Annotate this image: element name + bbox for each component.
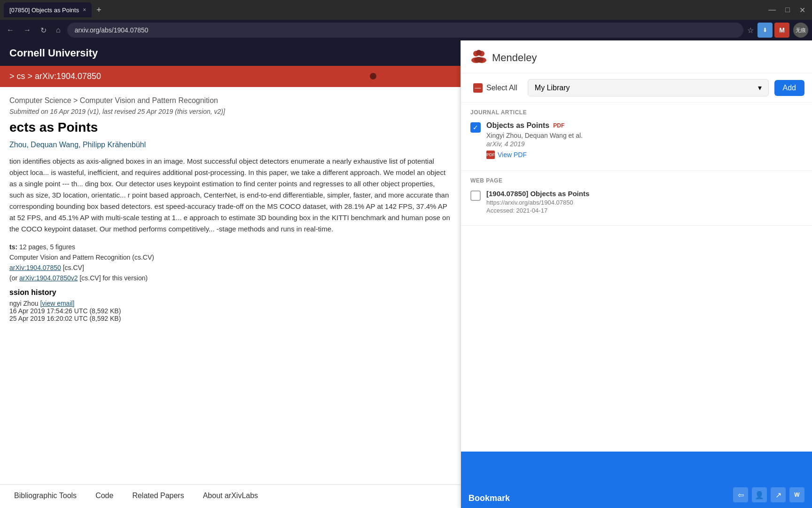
paper-title: ects as Points [9, 120, 451, 135]
webpage-accessed: Accessed: 2021-04-17 [486, 207, 803, 214]
extension-button-1[interactable]: ⬇ [757, 23, 773, 38]
cornell-header: Cornell University [0, 40, 461, 66]
breadcrumb-text: > cs > arXiv:1904.07850 [9, 71, 101, 81]
v1-date: 16 Apr 2019 17:54:26 UTC (8,592 KB) [9, 307, 451, 315]
back-button[interactable]: ← [4, 24, 17, 36]
mendeley-title-text: Mendeley [492, 52, 537, 64]
user-avatar-button[interactable]: 无痕 [793, 23, 808, 38]
v2-date: 25 Apr 2019 16:20:02 UTC (8,592 KB) [9, 315, 451, 322]
main-content: Cornell University > cs > arXiv:1904.078… [0, 40, 812, 508]
mendeley-extension-button[interactable]: M [774, 23, 789, 38]
tab-about-arxivlabs[interactable]: About arXivLabs [194, 485, 267, 508]
paper-date: Submitted on 16 Apr 2019 (v1), last revi… [9, 108, 451, 115]
bottom-tabs: Bibliographic Tools Code Related Papers … [0, 484, 461, 508]
arxiv-tag-2: [cs.CV] [79, 274, 101, 282]
arxiv-page: Cornell University > cs > arXiv:1904.078… [0, 40, 461, 508]
journal-article-section: JOURNAL ARTICLE ✓ Objects as Points PDF … [461, 103, 812, 171]
tab-bibliographic-tools[interactable]: Bibliographic Tools [5, 485, 86, 508]
svg-point-5 [474, 57, 484, 63]
journal-section-label: JOURNAL ARTICLE [470, 109, 803, 116]
forward-button[interactable]: → [21, 24, 34, 36]
bookmark-icon-4[interactable]: W [789, 487, 804, 502]
accessed-label: Accessed: [486, 207, 515, 214]
mendeley-logo-icon [470, 49, 487, 66]
view-email-link[interactable]: [view email] [40, 300, 74, 307]
paper-meta-subject: Computer Vision and Pattern Recognition … [9, 254, 451, 261]
paper-content: Computer Science > Computer Vision and P… [0, 87, 461, 332]
select-all-label: Select All [486, 84, 517, 92]
bookmark-icons: ⇦ 👤 ↗ W [733, 487, 804, 502]
active-tab[interactable]: [07850] Objects as Points × [4, 2, 92, 17]
journal-ref-title: Objects as Points [486, 121, 549, 130]
tab-related-papers[interactable]: Related Papers [123, 485, 193, 508]
submission-history-title: ssion history [9, 288, 451, 297]
paper-abstract: tion identifies objects as axis-aligned … [9, 156, 451, 235]
address-bar-row: ← → ↻ ⌂ ☆ ⬇ M 无痕 [0, 20, 812, 40]
paper-meta-arxiv-v2: (or arXiv:1904.07850v2 [cs.CV] for this … [9, 274, 451, 282]
user-label: 无痕 [796, 27, 806, 34]
webpage-section-label: WEB PAGE [470, 177, 803, 184]
mendeley-toolbar: — Select All My Library ▾ Add [461, 73, 812, 103]
svg-point-2 [476, 50, 482, 56]
arxiv-tag-1: [cs.CV] [63, 264, 84, 271]
webpage-checkbox[interactable]: ✓ [470, 190, 481, 201]
university-name: Cornell University [9, 47, 451, 59]
webpage-reference-item: ✓ [1904.07850] Objects as Points https:/… [470, 190, 803, 214]
view-pdf-label: View PDF [498, 151, 527, 159]
library-name: My Library [535, 84, 570, 92]
arxiv-link-1[interactable]: arXiv:1904.07850 [9, 264, 61, 271]
tab-code[interactable]: Code [86, 485, 123, 508]
mendeley-header: Mendeley [461, 40, 812, 73]
journal-reference-item: ✓ Objects as Points PDF Xingyi Zhou, Deq… [470, 121, 803, 159]
submission-history: ssion history ngyi Zhou [view email] 16 … [9, 288, 451, 322]
arxiv-link-2[interactable]: arXiv:1904.07850v2 [19, 274, 78, 282]
authors-text: Zhou, Dequan Wang, Philipp Krähenbühl [9, 141, 146, 149]
address-input[interactable] [67, 23, 743, 38]
webpage-ref-title: [1904.07850] Objects as Points [486, 190, 803, 198]
journal-ref-details: Objects as Points PDF Xingyi Zhou, Dequa… [486, 121, 803, 159]
tab-close-button[interactable]: × [83, 7, 86, 13]
journal-ref-journal: arXiv, 4 2019 [486, 140, 803, 148]
accessed-date: 2021-04-17 [516, 207, 548, 214]
paper-authors: Zhou, Dequan Wang, Philipp Krähenbühl [9, 141, 451, 149]
add-button[interactable]: Add [774, 80, 804, 96]
tab-title: [07850] Objects as Points [9, 7, 79, 14]
webpage-ref-details: [1904.07850] Objects as Points https://a… [486, 190, 803, 214]
library-dropdown[interactable]: My Library ▾ [528, 79, 769, 96]
journal-checkbox[interactable]: ✓ [470, 122, 481, 133]
bookmark-area: Bookmark ⇦ 👤 ↗ W [461, 452, 812, 508]
select-all-icon: — [473, 83, 483, 93]
refresh-button[interactable]: ↻ [38, 24, 49, 37]
pdf-badge: PDF [553, 122, 564, 129]
webpage-url: https://arxiv.org/abs/1904.07850 [486, 199, 803, 206]
paper-meta-pages: ts: 12 pages, 5 figures [9, 243, 451, 251]
bookmark-icon-2[interactable]: 👤 [752, 487, 767, 502]
view-pdf-icon: PDF [486, 151, 495, 159]
browser-chrome: [07850] Objects as Points × + — □ ✕ [0, 0, 812, 20]
breadcrumb-bar: > cs > arXiv:1904.07850 [0, 66, 461, 87]
view-pdf-link[interactable]: PDF View PDF [486, 151, 803, 159]
dropdown-chevron-icon: ▾ [758, 83, 762, 92]
paper-category: Computer Science > Computer Vision and P… [9, 96, 451, 105]
window-control-minimize[interactable]: — [765, 6, 779, 14]
webpage-section: WEB PAGE ✓ [1904.07850] Objects as Point… [461, 171, 812, 226]
submitter-info: ngyi Zhou [view email] [9, 300, 451, 307]
select-all-button[interactable]: — Select All [468, 80, 522, 95]
bookmark-icon-1[interactable]: ⇦ [733, 487, 748, 502]
bookmark-label: Bookmark [468, 493, 510, 503]
mendeley-logo: Mendeley [470, 49, 537, 66]
home-button[interactable]: ⌂ [53, 24, 63, 36]
extension-area: ⬇ M [757, 23, 789, 38]
bookmark-icon-3[interactable]: ↗ [771, 487, 786, 502]
new-tab-button[interactable]: + [94, 5, 104, 15]
window-control-maximize[interactable]: □ [782, 6, 793, 14]
tab-bar: [07850] Objects as Points × + [4, 2, 104, 17]
window-control-close[interactable]: ✕ [796, 6, 808, 15]
webpage-checkbox-icon: ✓ [473, 192, 478, 199]
bookmark-star-button[interactable]: ☆ [747, 26, 754, 35]
checkbox-check-icon: ✓ [473, 124, 478, 131]
mendeley-sidebar: Mendeley — Select All My Library ▾ Add J… [461, 40, 812, 508]
journal-ref-authors: Xingyi Zhou, Dequan Wang et al. [486, 132, 803, 139]
journal-title-row: Objects as Points PDF [486, 121, 803, 130]
paper-meta-arxiv: arXiv:1904.07850 [cs.CV] [9, 264, 451, 271]
